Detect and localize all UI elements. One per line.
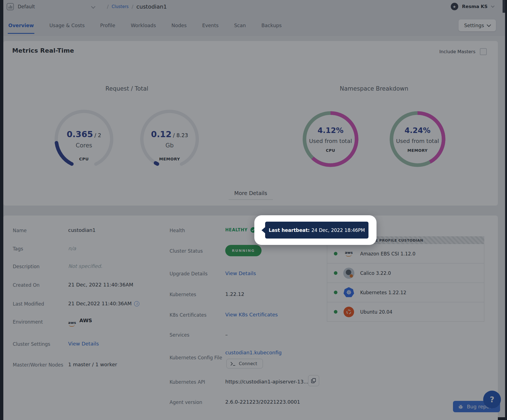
tooltip-highlight-box: Last heartbeat: 24 Dec, 2022 18:46PM xyxy=(254,215,377,245)
cluster-overview-page: Default / Clusters / custodian1 ★ Resma … xyxy=(0,0,507,420)
tooltip-bold-text: Last heartbeat: xyxy=(269,227,310,233)
dim-overlay xyxy=(0,0,507,420)
tooltip-arrow-left xyxy=(262,227,265,233)
last-heartbeat-tooltip: Last heartbeat: 24 Dec, 2022 18:46PM xyxy=(265,222,368,239)
tooltip-text: 24 Dec, 2022 18:46PM xyxy=(311,227,365,233)
